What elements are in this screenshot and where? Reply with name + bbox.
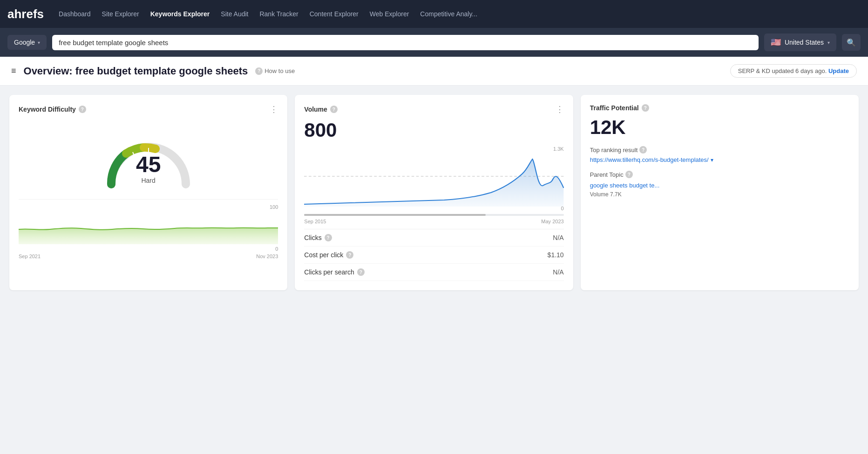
search-engine-dropdown[interactable]: Google (7, 35, 47, 50)
volume-card-title: Volume ? (304, 106, 338, 113)
search-icon: 🔍 (847, 38, 856, 47)
overview-title: Overview: free budget template google sh… (24, 65, 248, 77)
volume-date-start: Sep 2015 (304, 219, 326, 224)
cps-value: N/A (553, 268, 563, 276)
cps-label-text: Clicks per search (304, 268, 354, 276)
nav-link-competitive[interactable]: Competitive Analy... (420, 10, 477, 18)
parent-topic-label-text: Parent Topic (590, 171, 624, 178)
kd-date-start: Sep 2021 (19, 254, 41, 259)
tp-card-header: Traffic Potential ? (590, 104, 849, 112)
tp-title-text: Traffic Potential (590, 104, 639, 112)
volume-chart: 1.3K 0 (304, 146, 563, 211)
tp-help-icon[interactable]: ? (642, 104, 649, 112)
cpc-help-icon[interactable]: ? (346, 251, 353, 259)
kd-chart-max: 100 (19, 204, 278, 210)
cps-label: Clicks per search ? (304, 268, 364, 276)
volume-card: Volume ? ⋮ 800 1.3K 0 (295, 95, 573, 290)
cps-help-icon[interactable]: ? (357, 268, 365, 276)
volume-stats: Clicks ? N/A Cost per click ? $1.10 Clic… (304, 229, 563, 281)
serp-update-notice: SERP & KD updated 6 days ago. Update (730, 64, 857, 78)
cpc-stat-row: Cost per click ? $1.10 (304, 247, 563, 264)
kd-card-header: Keyword Difficulty ? ⋮ (19, 104, 278, 114)
volume-title-text: Volume (304, 106, 327, 113)
nav-link-web-explorer[interactable]: Web Explorer (370, 10, 409, 18)
parent-topic-link[interactable]: google sheets budget te... (590, 182, 660, 189)
kd-chart-dates: Sep 2021 Nov 2023 (19, 254, 278, 259)
nav-link-rank-tracker[interactable]: Rank Tracker (259, 10, 298, 18)
clicks-stat-row: Clicks ? N/A (304, 229, 563, 247)
clicks-help-icon[interactable]: ? (325, 234, 332, 241)
kd-difficulty-label: Hard (136, 177, 161, 184)
keyword-difficulty-card: Keyword Difficulty ? ⋮ 45 H (9, 95, 287, 290)
nav-link-content-explorer[interactable]: Content Explorer (310, 10, 359, 18)
tp-card-title: Traffic Potential ? (590, 104, 649, 112)
parent-topic-help-icon[interactable]: ? (625, 171, 633, 178)
volume-chart-svg (304, 146, 563, 207)
logo-a: a (7, 7, 14, 21)
country-name: United States (785, 39, 824, 46)
country-flag: 🇺🇸 (771, 37, 781, 47)
volume-card-header: Volume ? ⋮ (304, 104, 563, 114)
top-ranking-url[interactable]: https://www.tillerhq.com/s-budget-templa… (590, 156, 709, 163)
help-circle-icon: ? (255, 67, 263, 75)
clicks-label-text: Clicks (304, 234, 321, 241)
kd-card-title: Keyword Difficulty ? (19, 106, 86, 113)
kd-chart-svg (19, 212, 278, 244)
top-ranking-help-icon[interactable]: ? (639, 146, 647, 154)
search-button[interactable]: 🔍 (842, 34, 861, 51)
nav-link-dashboard[interactable]: Dashboard (59, 10, 91, 18)
parent-topic-volume: Volume 7.7K (590, 191, 849, 198)
kd-history-chart: 100 0 Sep 2021 Nov 2023 (19, 199, 278, 259)
update-link[interactable]: Update (828, 67, 849, 74)
parent-topic-label: Parent Topic ? (590, 171, 849, 178)
volume-value: 800 (304, 119, 563, 141)
cpc-label-text: Cost per click (304, 251, 343, 259)
volume-date-end: May 2023 (541, 219, 563, 224)
nav-link-keywords-explorer[interactable]: Keywords Explorer (150, 10, 210, 18)
search-input[interactable]: free budget template google sheets (52, 35, 759, 50)
country-dropdown[interactable]: 🇺🇸 United States (764, 33, 836, 51)
navigation: ahrefs Dashboard Site Explorer Keywords … (0, 0, 868, 28)
top-ranking-url-wrap: https://www.tillerhq.com/s-budget-templa… (590, 156, 849, 163)
menu-icon[interactable]: ≡ (11, 66, 16, 76)
cpc-value: $1.10 (548, 251, 564, 259)
top-ranking-label-text: Top ranking result (590, 147, 638, 154)
nav-link-site-audit[interactable]: Site Audit (221, 10, 248, 18)
volume-timeline-bar (304, 214, 563, 216)
top-ranking-label: Top ranking result ? (590, 146, 849, 154)
gauge-center: 45 Hard (136, 154, 161, 184)
cpc-label: Cost per click ? (304, 251, 353, 259)
clicks-value: N/A (553, 234, 563, 241)
logo[interactable]: ahrefs (7, 7, 44, 21)
nav-link-site-explorer[interactable]: Site Explorer (102, 10, 139, 18)
volume-more-menu[interactable]: ⋮ (556, 104, 564, 114)
search-bar: Google free budget template google sheet… (0, 28, 868, 57)
volume-chart-dates: Sep 2015 May 2023 (304, 219, 563, 224)
serp-update-text: SERP & KD updated 6 days ago. (738, 67, 827, 74)
kd-date-end: Nov 2023 (256, 254, 278, 259)
kd-chart-zero: 0 (19, 246, 278, 252)
top-ranking-expand-icon[interactable]: ▾ (711, 157, 713, 163)
kd-help-icon[interactable]: ? (79, 106, 86, 113)
traffic-potential-card: Traffic Potential ? 12K Top ranking resu… (581, 95, 859, 290)
kd-more-menu[interactable]: ⋮ (270, 104, 278, 114)
how-to-use-label: How to use (264, 67, 295, 74)
kd-gauge: 45 Hard (19, 119, 278, 194)
volume-help-icon[interactable]: ? (330, 106, 338, 113)
cps-stat-row: Clicks per search ? N/A (304, 264, 563, 281)
kd-value: 45 (136, 154, 161, 176)
tp-value: 12K (590, 116, 849, 139)
clicks-label: Clicks ? (304, 234, 332, 241)
logo-rest: hrefs (14, 7, 44, 21)
overview-header: ≡ Overview: free budget template google … (0, 57, 868, 86)
volume-chart-zero: 0 (561, 206, 564, 211)
kd-title-text: Keyword Difficulty (19, 106, 76, 113)
main-content: Keyword Difficulty ? ⋮ 45 H (0, 86, 868, 300)
how-to-use-button[interactable]: ? How to use (255, 67, 295, 75)
volume-chart-max: 1.3K (553, 146, 564, 152)
